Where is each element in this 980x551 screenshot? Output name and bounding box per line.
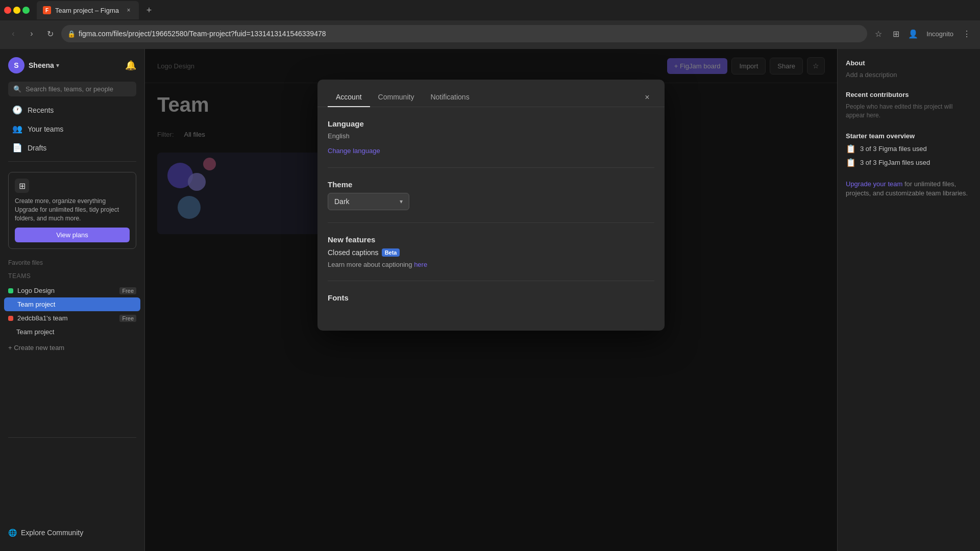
new-features-section: New features Closed captions Beta Learn … xyxy=(328,235,654,281)
theme-select[interactable]: Dark ▾ xyxy=(328,193,409,210)
bookmark-btn[interactable]: ☆ xyxy=(871,27,886,41)
theme-section: Theme Dark ▾ xyxy=(328,180,654,223)
tab-close-btn[interactable]: × xyxy=(125,6,133,14)
sidebar-drafts-label: Drafts xyxy=(28,144,46,152)
about-title: About xyxy=(846,59,972,67)
create-new-team-btn[interactable]: + Create new team xyxy=(0,341,144,355)
sidebar-item-explore[interactable]: 🌐 Explore Community xyxy=(0,524,144,541)
figma-files-used: 📋 3 of 3 Figma files used xyxy=(846,144,972,154)
security-icon: 🔒 xyxy=(67,30,76,38)
learn-more-text: Learn more about captioning xyxy=(328,261,414,268)
fonts-title: Fonts xyxy=(328,293,654,302)
sidebar-item-2edcb8a1-team[interactable]: 2edcb8a1's team Free xyxy=(0,311,144,325)
contributors-title: Recent contributors xyxy=(846,91,972,98)
tab-favicon: F xyxy=(43,6,51,14)
about-placeholder: Add a description xyxy=(846,71,972,79)
upgrade-your-team-link[interactable]: Upgrade your team xyxy=(846,180,902,188)
browser-tab-active[interactable]: F Team project – Figma × xyxy=(37,1,139,19)
search-icon: 🔍 xyxy=(13,85,21,93)
toolbar-actions: ☆ ⊞ 👤 Incognito ⋮ xyxy=(871,27,974,41)
overview-section: Starter team overview 📋 3 of 3 Figma fil… xyxy=(846,132,972,167)
modal-close-btn[interactable]: × xyxy=(640,90,654,105)
figjam-files-count: 3 of 3 FigJam files used xyxy=(860,159,930,166)
file-icon: 📋 xyxy=(846,144,856,154)
sidebar-item-recents[interactable]: 🕐 Recents xyxy=(4,101,140,119)
modal-tab-notifications[interactable]: Notifications xyxy=(422,88,477,107)
upgrade-team-text: Upgrade your team for unlimited files, p… xyxy=(846,180,972,198)
sidebar-item-team-project-2[interactable]: Team project xyxy=(0,325,144,339)
extensions-btn[interactable]: ⊞ xyxy=(889,27,903,41)
modal-overlay: Account Community Notifications × Langua… xyxy=(145,49,837,551)
sidebar-item-team-project[interactable]: Team project xyxy=(4,297,140,311)
figjam-icon: 📋 xyxy=(846,158,856,167)
search-placeholder: Search files, teams, or people xyxy=(26,85,113,93)
window-close-btn[interactable] xyxy=(4,7,11,14)
incognito-label: Incognito xyxy=(923,30,957,38)
browser-chrome: F Team project – Figma × + ‹ › ↻ 🔒 figma… xyxy=(0,0,980,49)
team-label: Logo Design xyxy=(17,287,55,294)
sidebar-your-teams-label: Your teams xyxy=(28,125,63,133)
free-badge: Free xyxy=(119,315,136,322)
sidebar-item-drafts[interactable]: 📄 Drafts xyxy=(4,139,140,157)
sidebar-item-logo-design[interactable]: Logo Design Free xyxy=(0,284,144,297)
upgrade-icon: ⊞ xyxy=(15,179,29,193)
notifications-btn[interactable]: 🔔 xyxy=(125,60,136,71)
contributors-text: People who have edited this project will… xyxy=(846,103,972,120)
sidebar-user: S Sheena ▾ 🔔 xyxy=(0,49,144,78)
change-language-link[interactable]: Change language xyxy=(328,147,380,155)
sidebar-recents-label: Recents xyxy=(28,106,54,114)
team-dot-logo-design xyxy=(8,288,13,293)
nav-refresh-btn[interactable]: ↻ xyxy=(43,27,57,41)
profile-btn[interactable]: 👤 xyxy=(906,27,920,41)
team-dot-team-project xyxy=(8,302,13,307)
avatar: S xyxy=(8,57,24,73)
sidebar-divider-1 xyxy=(8,161,136,162)
sidebar-item-your-teams[interactable]: 👥 Your teams xyxy=(4,120,140,138)
sidebar: S Sheena ▾ 🔔 🔍 Search files, teams, or p… xyxy=(0,49,145,551)
about-section: About Add a description xyxy=(846,59,972,79)
search-bar[interactable]: 🔍 Search files, teams, or people xyxy=(8,82,136,96)
url-text: figma.com/files/project/196652580/Team-p… xyxy=(79,30,326,38)
menu-btn[interactable]: ⋮ xyxy=(960,27,974,41)
view-plans-btn[interactable]: View plans xyxy=(15,228,130,242)
explore-label: Explore Community xyxy=(21,529,83,537)
team-label: Team project xyxy=(17,300,55,308)
beta-badge: Beta xyxy=(382,248,400,257)
user-name-btn[interactable]: Sheena ▾ xyxy=(29,61,59,69)
language-title: Language xyxy=(328,119,654,128)
chevron-down-icon: ▾ xyxy=(56,62,59,69)
nav-back-btn[interactable]: ‹ xyxy=(6,27,20,41)
theme-title: Theme xyxy=(328,180,654,189)
window-max-btn[interactable] xyxy=(22,7,30,14)
team-label: 2edcb8a1's team xyxy=(17,314,68,322)
upgrade-box: ⊞ Create more, organize everything Upgra… xyxy=(8,172,136,249)
modal-tab-account[interactable]: Account xyxy=(328,88,370,107)
main-content: Logo Design + FigJam board Import Share … xyxy=(145,49,837,551)
figjam-files-used: 📋 3 of 3 FigJam files used xyxy=(846,158,972,167)
window-min-btn[interactable] xyxy=(13,7,20,14)
figma-files-count: 3 of 3 Figma files used xyxy=(860,145,927,153)
upgrade-section: Upgrade your team for unlimited files, p… xyxy=(846,180,972,198)
recents-icon: 🕐 xyxy=(12,105,22,115)
nav-forward-btn[interactable]: › xyxy=(24,27,39,41)
fonts-section: Fonts xyxy=(328,293,654,318)
browser-toolbar: ‹ › ↻ 🔒 figma.com/files/project/19665258… xyxy=(0,20,980,47)
chevron-down-icon: ▾ xyxy=(400,198,403,205)
browser-titlebar: F Team project – Figma × + xyxy=(0,0,980,20)
language-current: English xyxy=(328,132,654,140)
caption-learn-more: Learn more about captioning here xyxy=(328,261,654,268)
modal-header: Account Community Notifications × xyxy=(317,80,665,107)
here-link[interactable]: here xyxy=(414,261,427,268)
modal-tab-community[interactable]: Community xyxy=(370,88,423,107)
right-panel: About Add a description Recent contribut… xyxy=(837,49,980,551)
language-section: Language English Change language xyxy=(328,119,654,168)
team-label: Team project xyxy=(16,328,54,336)
new-features-title: New features xyxy=(328,235,654,244)
new-tab-btn[interactable]: + xyxy=(142,3,156,17)
closed-captions-label: Closed captions xyxy=(328,248,379,257)
explore-icon: 🌐 xyxy=(8,529,17,537)
teams-icon: 👥 xyxy=(12,124,22,134)
tab-title: Team project – Figma xyxy=(55,7,119,14)
address-bar[interactable]: 🔒 figma.com/files/project/196652580/Team… xyxy=(61,25,867,42)
preferences-modal: Account Community Notifications × Langua… xyxy=(317,80,665,331)
